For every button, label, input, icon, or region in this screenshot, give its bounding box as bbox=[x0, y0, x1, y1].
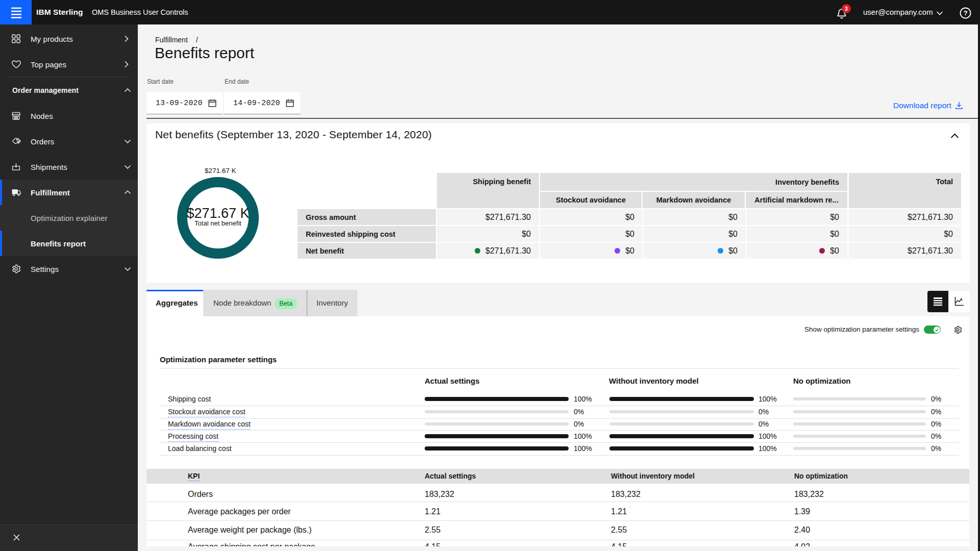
svg-text:?: ? bbox=[963, 9, 967, 17]
